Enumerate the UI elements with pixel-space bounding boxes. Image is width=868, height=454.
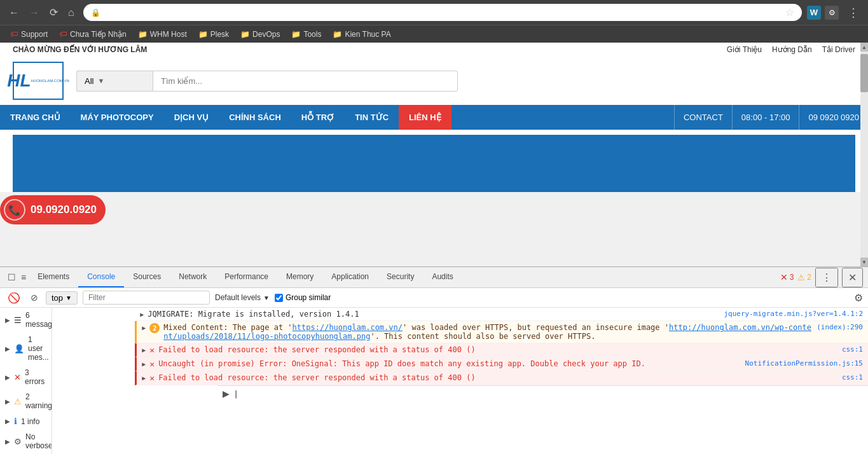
expand-arrow-icon-4[interactable]: ▶ xyxy=(142,361,146,368)
log-source-jqmigrate[interactable]: jquery-migrate.min.js?ver=1.4.1:2 xyxy=(724,310,863,318)
link-tai-driver[interactable]: Tải Driver xyxy=(822,45,855,54)
browser-menu-button[interactable]: ⋮ xyxy=(844,4,863,21)
bookmark-tools[interactable]: 📁 Tools xyxy=(286,28,326,41)
site-logo[interactable]: HL HUONGLAM.COM.VN xyxy=(13,62,64,100)
bookmark-kien-thuc[interactable]: 📁 Kien Thuc PA xyxy=(327,28,396,41)
log-source-error-2[interactable]: css:1 xyxy=(842,373,863,382)
bookmark-chua-tiep-nhan[interactable]: 🏷 Chưa Tiếp Nhận xyxy=(54,27,132,41)
bookmark-label-kienthuc: Kien Thuc PA xyxy=(345,30,390,39)
warn-count: 2 xyxy=(807,273,811,282)
phone-button[interactable]: 📞 09.0920.0920 xyxy=(0,195,106,224)
devtools-more-button[interactable]: ⋮ xyxy=(815,268,838,287)
expand-arrow-icon-5[interactable]: ▶ xyxy=(142,375,146,382)
bookmark-icon-ctn: 🏷 xyxy=(59,29,67,39)
url-input[interactable]: https://huonglam.com.vn xyxy=(104,8,782,17)
nav-trang-chu[interactable]: TRANG CHỦ xyxy=(0,105,71,130)
star-button[interactable]: ☆ xyxy=(785,6,794,18)
error-icon-2: ✕ xyxy=(149,359,155,369)
reload-button[interactable]: ⟳ xyxy=(46,5,62,20)
arrow-icon-warnings: ▶ xyxy=(5,398,10,405)
nav-may-photocopy[interactable]: MÁY PHOTOCOPY xyxy=(71,105,164,130)
tab-elements[interactable]: Elements xyxy=(29,267,78,287)
sidebar-label-errors: 3 errors xyxy=(25,368,46,386)
error-icon-1: ✕ xyxy=(149,345,155,355)
warn-triangle-icon: ⚠ xyxy=(797,273,805,282)
bookmark-label-tools: Tools xyxy=(303,30,321,39)
ext-icon-wp[interactable]: W xyxy=(807,6,821,20)
bookmark-label-whm: WHM Host xyxy=(150,30,187,39)
bookmark-label-devops: DevOps xyxy=(252,30,280,39)
group-similar-checkbox[interactable]: Group similar xyxy=(275,293,331,302)
link-huonglam[interactable]: https://huonglam.com.vn/ xyxy=(293,323,403,332)
log-entry-onesignal: ▶ ✕ Uncaught (in promise) Error: OneSign… xyxy=(135,357,868,371)
tab-network[interactable]: Network xyxy=(170,267,216,287)
forward-button[interactable]: → xyxy=(25,6,43,20)
tab-security[interactable]: Security xyxy=(378,267,423,287)
search-input[interactable] xyxy=(153,71,458,92)
console-filter-toggle[interactable]: ⊘ xyxy=(28,290,41,305)
nav-buttons: ← → ⟳ ⌂ xyxy=(5,5,78,20)
group-similar-input[interactable] xyxy=(275,294,283,302)
log-text-error-2: Failed to load resource: the server resp… xyxy=(158,373,838,382)
bookmark-plesk[interactable]: 📁 Plesk xyxy=(193,28,234,41)
sidebar-all-messages[interactable]: ▶ ☰ 6 messages xyxy=(0,308,52,332)
tab-sources[interactable]: Sources xyxy=(124,267,170,287)
scrollbar-thumb[interactable] xyxy=(860,54,868,92)
back-button[interactable]: ← xyxy=(5,6,23,20)
expand-arrow-icon-2[interactable]: ▶ xyxy=(142,324,146,331)
nav-tin-tuc[interactable]: TIN TỨC xyxy=(345,105,399,130)
console-clear-button[interactable]: 🚫 xyxy=(5,291,23,305)
log-source-mixed[interactable]: (index):290 xyxy=(816,323,863,331)
nav-lien-he[interactable]: LIÊN HỆ xyxy=(399,105,451,130)
console-level-select[interactable]: Default levels ▼ xyxy=(215,293,270,302)
devtools-dock-button[interactable]: ☐ xyxy=(5,270,18,285)
info-circle-icon: ℹ xyxy=(14,416,17,426)
tab-console[interactable]: Console xyxy=(78,267,124,287)
sidebar-errors[interactable]: ▶ ✕ 3 errors xyxy=(0,365,52,389)
console-settings-icon[interactable]: ⚙ xyxy=(854,292,863,304)
tab-audits[interactable]: Audits xyxy=(423,267,462,287)
nav-dich-vu[interactable]: DỊCH VỤ xyxy=(164,105,219,130)
home-button[interactable]: ⌂ xyxy=(64,6,78,20)
bookmark-folder-icon-plesk: 📁 xyxy=(198,30,208,39)
devtools-toggle-button[interactable]: ≡ xyxy=(18,270,29,285)
link-huong-dan[interactable]: Hướng Dẫn xyxy=(772,45,812,54)
error-badge: ✕ 3 xyxy=(780,272,794,282)
site-header-links: Giới Thiệu Hướng Dẫn Tải Driver xyxy=(727,45,855,54)
log-entry-error-2: ▶ ✕ Failed to load resource: the server … xyxy=(135,371,868,385)
devtools-close-button[interactable]: ✕ xyxy=(842,268,863,287)
bookmark-support[interactable]: 🏷 Support xyxy=(5,27,53,41)
nav-ho-tro[interactable]: HỖ TRỢ xyxy=(291,105,345,130)
log-text-jqmigrate: JQMIGRATE: Migrate is installed, version… xyxy=(148,310,720,319)
address-bar[interactable]: 🔒 https://huonglam.com.vn ☆ xyxy=(83,4,802,21)
scroll-down-arrow[interactable]: ▼ xyxy=(860,258,868,266)
lock-icon: 🔒 xyxy=(91,8,100,17)
link-gioi-thieu[interactable]: Giới Thiệu xyxy=(727,45,762,54)
expand-arrow-icon[interactable]: ▶ xyxy=(140,311,144,318)
console-cursor[interactable]: | xyxy=(233,389,238,399)
console-filter-input[interactable] xyxy=(83,291,210,305)
sidebar-warnings[interactable]: ▶ ⚠ 2 warnings xyxy=(0,389,52,413)
console-input-row[interactable]: ▶ | xyxy=(217,385,868,401)
link-logo-image[interactable]: http://huonglam.com.vn/wp-content/upload… xyxy=(163,323,811,341)
sidebar-info[interactable]: ▶ ℹ 1 info xyxy=(0,413,52,429)
search-category-dropdown[interactable]: All ▼ xyxy=(76,71,153,92)
log-source-error-1[interactable]: css:1 xyxy=(842,345,863,354)
nav-chinh-sach[interactable]: CHÍNH SÁCH xyxy=(219,105,291,130)
context-selector[interactable]: top ▼ xyxy=(46,291,78,305)
ext-icon-other[interactable]: ⚙ xyxy=(825,6,839,20)
tab-application[interactable]: Application xyxy=(322,267,378,287)
scrollbar[interactable]: ▲ ▼ xyxy=(860,43,868,266)
sidebar-user-messages[interactable]: ▶ 👤 1 user mes... xyxy=(0,332,52,365)
bookmark-whm-host[interactable]: 📁 WHM Host xyxy=(133,28,192,41)
tab-performance[interactable]: Performance xyxy=(216,267,277,287)
error-icon-3: ✕ xyxy=(149,373,155,383)
bookmark-folder-icon-devops: 📁 xyxy=(240,30,250,39)
tab-memory[interactable]: Memory xyxy=(277,267,322,287)
bookmark-devops[interactable]: 📁 DevOps xyxy=(235,28,285,41)
log-source-onesignal[interactable]: NotificationPermission.js:15 xyxy=(745,359,863,368)
scroll-up-arrow[interactable]: ▲ xyxy=(860,43,868,52)
sidebar-verbose[interactable]: ▶ ⚙ No verbose xyxy=(0,429,52,453)
expand-arrow-icon-3[interactable]: ▶ xyxy=(142,347,146,354)
log-entry-error-1: ▶ ✕ Failed to load resource: the server … xyxy=(135,343,868,357)
